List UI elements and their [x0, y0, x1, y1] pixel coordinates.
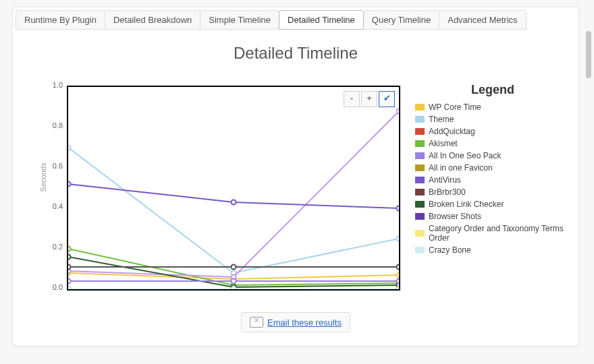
tab-strip: Runtime By PluginDetailed BreakdownSimpl… [16, 10, 526, 30]
legend-swatch [415, 140, 425, 147]
mail-icon [250, 317, 263, 328]
legend-swatch [415, 152, 425, 159]
email-results-button[interactable]: Email these results [241, 312, 350, 332]
series-point[interactable] [397, 273, 400, 278]
legend-item[interactable]: Crazy Bone [415, 245, 570, 255]
legend-label: BrBrbr300 [429, 187, 466, 197]
legend-swatch [415, 164, 425, 171]
legend-swatch [415, 104, 425, 111]
y-tick: 0.4 [44, 202, 63, 210]
legend-item[interactable]: Theme [415, 115, 570, 124]
legend-swatch [415, 230, 425, 237]
y-tick: 0.6 [44, 162, 63, 170]
series-point[interactable] [397, 109, 400, 114]
series-point[interactable] [68, 279, 71, 284]
tab-query-timeline[interactable]: Query Timeline [363, 10, 439, 30]
y-tick: 0.8 [44, 121, 63, 129]
series-point[interactable] [397, 237, 400, 241]
legend-item[interactable]: Browser Shots [415, 212, 570, 221]
series-point[interactable] [68, 182, 71, 187]
legend-label: Broken Link Checker [429, 200, 504, 209]
series-point[interactable] [232, 287, 236, 290]
tab-detailed-breakdown[interactable]: Detailed Breakdown [105, 10, 200, 30]
series-point[interactable] [397, 265, 400, 270]
legend-label: All in one Favicon [429, 163, 493, 173]
y-tick: 0.2 [44, 243, 63, 251]
legend-label: AddQuicktag [429, 127, 475, 136]
legend-title: Legend [415, 83, 570, 97]
tab-simple-timeline[interactable]: Simple Timeline [200, 10, 279, 30]
scrollbar-thumb[interactable] [586, 31, 591, 78]
series-point[interactable] [68, 287, 71, 290]
zoom-out-button[interactable]: - [344, 91, 360, 107]
legend-swatch [415, 177, 425, 183]
series-point[interactable] [397, 279, 400, 284]
performance-panel: Runtime By PluginDetailed BreakdownSimpl… [12, 7, 579, 346]
y-tick: 1.0 [44, 81, 63, 89]
legend-swatch [415, 189, 425, 195]
plot-area[interactable]: - + ✔ [67, 86, 400, 291]
legend-item[interactable]: AntiVirus [415, 175, 570, 185]
series-line[interactable] [68, 148, 399, 273]
chart-title: Detailed Timeline [13, 44, 578, 63]
legend-item[interactable]: AddQuicktag [415, 127, 570, 136]
legend-item[interactable]: All in one Favicon [415, 163, 570, 173]
plot-controls: - + ✔ [344, 91, 395, 107]
series-point[interactable] [68, 247, 71, 251]
email-results-link[interactable]: Email these results [267, 317, 342, 328]
legend-label: Browser Shots [429, 212, 481, 221]
legend-label: Theme [429, 115, 454, 124]
y-tick: 0.0 [44, 283, 63, 291]
chart-area: Seconds 0.00.20.40.60.81.0 - + ✔ Legend … [67, 86, 573, 308]
legend-item[interactable]: BrBrbr300 [415, 187, 570, 197]
series-point[interactable] [68, 265, 71, 270]
legend-item[interactable]: All In One Seo Pack [415, 151, 570, 160]
legend: Legend WP Core TimeThemeAddQuicktagAkism… [415, 83, 570, 257]
legend-swatch [415, 128, 425, 135]
series-point[interactable] [232, 279, 236, 284]
toggle-markers-checkbox[interactable]: ✔ [379, 91, 395, 107]
legend-label: Akismet [429, 139, 458, 148]
tab-advanced-metrics[interactable]: Advanced Metrics [439, 10, 526, 30]
series-point[interactable] [232, 265, 236, 270]
legend-label: All In One Seo Pack [429, 151, 501, 160]
series-point[interactable] [232, 200, 236, 205]
legend-label: WP Core Time [429, 102, 481, 112]
legend-label: Category Order and Taxonomy Terms Order [429, 224, 570, 243]
legend-swatch [415, 201, 425, 208]
legend-item[interactable]: Akismet [415, 139, 570, 148]
legend-label: Crazy Bone [429, 245, 471, 255]
series-point[interactable] [397, 206, 400, 211]
legend-item[interactable]: WP Core Time [415, 102, 570, 112]
legend-swatch [415, 247, 425, 253]
series-point[interactable] [68, 146, 71, 150]
legend-item[interactable]: Category Order and Taxonomy Terms Order [415, 224, 570, 243]
legend-item[interactable]: Broken Link Checker [415, 200, 570, 209]
series-line[interactable] [68, 111, 399, 277]
series-point[interactable] [68, 255, 71, 260]
tab-runtime-by-plugin[interactable]: Runtime By Plugin [16, 10, 105, 30]
zoom-in-button[interactable]: + [361, 91, 377, 107]
tab-detailed-timeline[interactable]: Detailed Timeline [279, 10, 364, 30]
tab-content: Detailed Timeline Seconds 0.00.20.40.60.… [13, 32, 578, 346]
legend-label: AntiVirus [429, 175, 461, 185]
series-point[interactable] [397, 287, 400, 290]
legend-swatch [415, 116, 425, 123]
legend-swatch [415, 213, 425, 220]
